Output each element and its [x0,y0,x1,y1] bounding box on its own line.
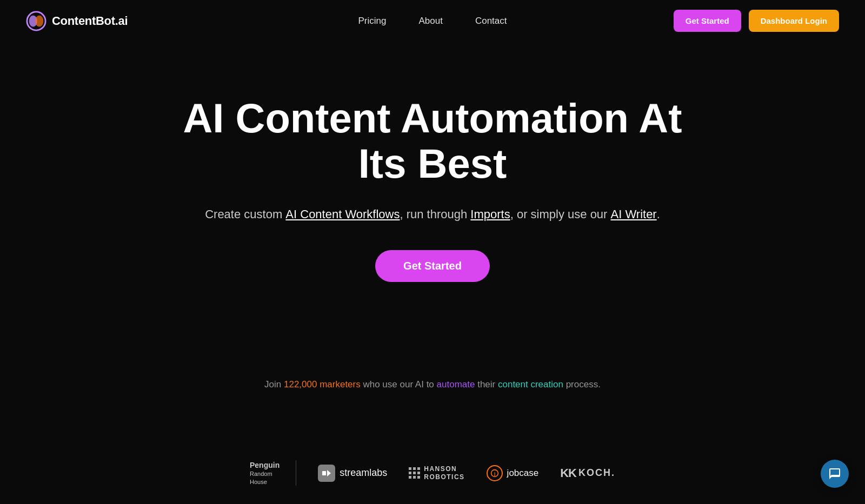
nav-actions: Get Started Dashboard Login [674,10,839,32]
nav-about[interactable]: About [418,16,442,26]
hanson-robotics-logo: HANSONROBOTICS [409,465,464,481]
nav-pricing[interactable]: Pricing [358,16,387,26]
logo-link[interactable]: ContentBot.ai [26,11,128,31]
logo-text: ContentBot.ai [52,14,128,28]
logos-row: Penguin Random House streamlabs HANSONRO… [0,449,865,496]
subtitle-mid2: , or simply use our [510,207,611,221]
hanson-text: HANSONROBOTICS [424,465,464,481]
koch-logo: KK KOCH. [560,466,615,480]
hanson-grid-icon [409,467,421,479]
koch-kk-icon: KK [560,466,576,480]
sp-prefix: Join [264,379,284,389]
dashboard-login-button[interactable]: Dashboard Login [749,10,839,32]
svg-rect-3 [322,471,326,475]
sp-suffix: process. [563,379,601,389]
nav-contact[interactable]: Contact [475,16,507,26]
social-proof-section: Join 122,000 marketers who use our AI to… [0,368,865,428]
hero-section: AI Content Automation At Its Best Create… [0,42,865,368]
koch-text: KOCH. [578,467,615,479]
subtitle-link-ai-writer[interactable]: AI Writer [611,207,657,221]
svg-marker-4 [327,470,331,476]
nav-links: Pricing About Contact [358,16,507,26]
jobcase-icon: j [487,465,503,481]
social-proof-text: Join 122,000 marketers who use our AI to… [26,379,839,390]
subtitle-mid1: , run through [400,207,470,221]
hero-title: AI Content Automation At Its Best [162,96,703,186]
penguin-logo: Penguin Random House [250,460,296,486]
streamlabs-text: streamlabs [340,467,387,479]
subtitle-prefix: Create custom [205,207,285,221]
svg-point-2 [35,15,43,26]
subtitle-suffix: . [657,207,660,221]
streamlabs-icon [318,465,335,482]
hero-subtitle: Create custom AI Content Workflows, run … [205,205,660,223]
navbar: ContentBot.ai Pricing About Contact Get … [0,0,865,42]
sp-highlight2: automate [437,379,475,389]
streamlabs-logo: streamlabs [318,465,387,482]
chat-button[interactable] [821,460,849,488]
sp-mid1: who use our AI to [361,379,437,389]
jobcase-logo: j jobcase [487,465,539,481]
sp-highlight1: 122,000 marketers [284,379,361,389]
subtitle-link-imports[interactable]: Imports [470,207,510,221]
sp-mid2: their [475,379,498,389]
logo-icon [26,11,46,31]
get-started-hero-button[interactable]: Get Started [375,250,490,282]
jobcase-text: jobcase [507,468,539,479]
subtitle-link-workflows[interactable]: AI Content Workflows [285,207,400,221]
sp-highlight3: content creation [498,379,563,389]
svg-text:j: j [493,471,495,476]
get-started-nav-button[interactable]: Get Started [674,10,741,32]
chat-icon [828,467,841,480]
